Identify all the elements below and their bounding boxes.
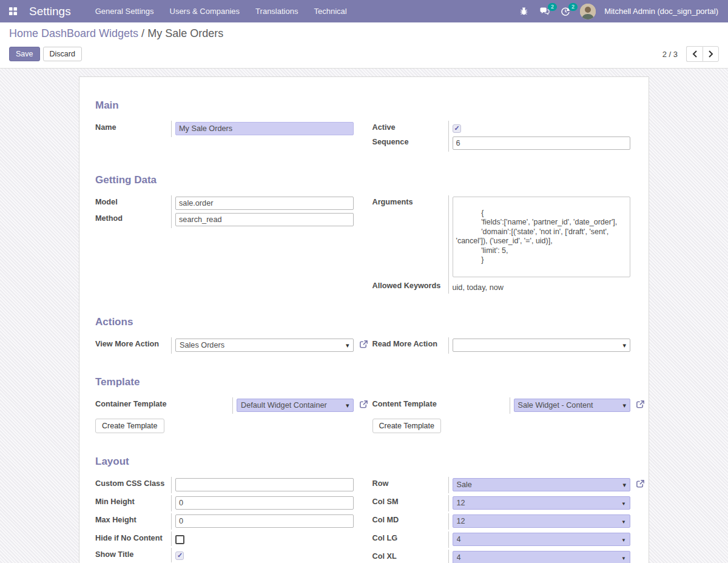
model-label: Model bbox=[95, 195, 171, 209]
field-row-hide-if-no-content: Hide if No Content bbox=[95, 531, 354, 546]
activity-clock-icon[interactable]: 2 bbox=[559, 5, 571, 18]
menu-users-companies[interactable]: Users & Companies bbox=[170, 7, 240, 16]
method-input[interactable] bbox=[175, 213, 354, 226]
show-title-checkbox[interactable] bbox=[175, 551, 184, 560]
min-height-label: Min Height bbox=[95, 495, 171, 509]
row-label: Row bbox=[372, 477, 448, 491]
name-input[interactable] bbox=[175, 122, 354, 135]
custom-css-input[interactable] bbox=[175, 478, 354, 491]
field-row-model: Model bbox=[95, 195, 354, 212]
container-create-template-row: Create Template bbox=[95, 419, 354, 433]
section-template: Template Container Template Default Widg… bbox=[95, 376, 630, 433]
discard-button[interactable]: Discard bbox=[43, 47, 82, 61]
menu-technical[interactable]: Technical bbox=[314, 7, 346, 16]
field-row-read-more-action: Read More Action bbox=[372, 337, 631, 354]
section-main: Main Name Active Sequ bbox=[95, 99, 630, 152]
content-create-template-row: Create Template bbox=[372, 419, 631, 433]
section-template-title: Template bbox=[95, 376, 630, 388]
field-row-custom-css: Custom CSS Class bbox=[95, 477, 354, 493]
hide-if-no-content-label: Hide if No Content bbox=[95, 531, 171, 545]
section-getting-data-title: Getting Data bbox=[95, 174, 630, 186]
read-more-action-label: Read More Action bbox=[372, 337, 448, 351]
col-md-select[interactable]: 12 bbox=[453, 514, 631, 528]
field-row-row: Row Sale bbox=[372, 477, 631, 493]
breadcrumb-current: My Sale Orders bbox=[147, 27, 223, 39]
custom-css-label: Custom CSS Class bbox=[95, 477, 171, 491]
section-getting-data: Getting Data Model Method bbox=[95, 174, 630, 294]
field-row-show-title: Show Title bbox=[95, 548, 354, 562]
allowed-keywords-label: Allowed Keywords bbox=[372, 279, 448, 293]
apps-grid-icon[interactable] bbox=[5, 4, 21, 19]
breadcrumb-parent-link[interactable]: Home DashBoard Widgets bbox=[9, 27, 138, 39]
pager: 2 / 3 bbox=[662, 46, 719, 62]
messages-icon[interactable]: 2 bbox=[538, 5, 551, 17]
field-row-content-template: Content Template Sale Widget - Content bbox=[372, 397, 631, 414]
create-container-template-button[interactable]: Create Template bbox=[95, 419, 164, 433]
max-height-input[interactable] bbox=[175, 514, 354, 528]
field-row-col-sm: Col SM 12 bbox=[372, 495, 631, 511]
debug-bug-icon[interactable] bbox=[518, 5, 530, 17]
breadcrumb: Home DashBoard Widgets / My Sale Orders bbox=[9, 27, 719, 40]
field-row-min-height: Min Height bbox=[95, 495, 354, 511]
name-label: Name bbox=[95, 121, 171, 135]
hide-if-no-content-checkbox[interactable] bbox=[175, 535, 184, 544]
active-label: Active bbox=[372, 121, 448, 135]
menu-translations[interactable]: Translations bbox=[255, 7, 298, 16]
content-template-select[interactable]: Sale Widget - Content bbox=[514, 399, 631, 412]
field-row-name: Name bbox=[95, 121, 354, 137]
form-background: Main Name Active Sequ bbox=[0, 68, 728, 563]
view-more-action-external-link-icon[interactable] bbox=[359, 339, 369, 350]
sequence-input[interactable] bbox=[453, 137, 631, 150]
pager-next-button[interactable] bbox=[703, 46, 719, 62]
col-lg-select[interactable]: 4 bbox=[453, 533, 631, 546]
menu-general-settings[interactable]: General Settings bbox=[95, 7, 154, 16]
control-panel: Home DashBoard Widgets / My Sale Orders … bbox=[0, 22, 728, 68]
min-height-input[interactable] bbox=[175, 496, 354, 510]
container-template-external-link-icon[interactable] bbox=[359, 399, 369, 410]
col-xl-select[interactable]: 4 bbox=[453, 551, 631, 563]
field-row-allowed-keywords: Allowed Keywords uid, today, now bbox=[372, 279, 631, 294]
model-input[interactable] bbox=[175, 197, 354, 210]
view-more-action-select[interactable]: Sales Orders bbox=[175, 339, 354, 352]
show-title-label: Show Title bbox=[95, 548, 171, 562]
view-more-action-label: View More Action bbox=[95, 337, 171, 351]
user-menu[interactable]: Mitchell Admin (doc_sign_portal) bbox=[604, 7, 718, 16]
field-row-view-more-action: View More Action Sales Orders bbox=[95, 337, 354, 354]
form-sheet: Main Name Active Sequ bbox=[79, 76, 649, 563]
container-template-label: Container Template bbox=[95, 397, 232, 411]
read-more-action-select[interactable] bbox=[453, 339, 631, 352]
field-row-method: Method bbox=[95, 212, 354, 228]
section-actions-title: Actions bbox=[95, 316, 630, 328]
sequence-label: Sequence bbox=[372, 135, 448, 149]
arguments-label: Arguments bbox=[372, 195, 448, 209]
field-row-sequence: Sequence bbox=[372, 135, 631, 152]
container-template-select[interactable]: Default Widget Container bbox=[237, 399, 354, 412]
row-external-link-icon[interactable] bbox=[635, 479, 646, 490]
content-template-external-link-icon[interactable] bbox=[635, 399, 646, 410]
field-row-active: Active bbox=[372, 121, 631, 135]
field-row-container-template: Container Template Default Widget Contai… bbox=[95, 397, 354, 414]
top-menu: General Settings Users & Companies Trans… bbox=[95, 7, 347, 16]
col-sm-label: Col SM bbox=[372, 495, 448, 509]
section-actions: Actions View More Action Sales Orders bbox=[95, 316, 630, 354]
active-checkbox[interactable] bbox=[453, 124, 461, 133]
app-title[interactable]: Settings bbox=[29, 5, 71, 18]
field-row-arguments: Arguments { 'fields':['name', 'partner_i… bbox=[372, 195, 631, 279]
section-layout-title: Layout bbox=[95, 456, 630, 468]
top-navbar: Settings General Settings Users & Compan… bbox=[0, 0, 728, 22]
pager-previous-button[interactable] bbox=[686, 46, 703, 62]
col-sm-select[interactable]: 12 bbox=[453, 496, 631, 510]
user-avatar[interactable] bbox=[580, 4, 596, 19]
activity-badge: 2 bbox=[568, 3, 578, 11]
save-button[interactable]: Save bbox=[9, 47, 40, 61]
field-row-max-height: Max Height bbox=[95, 513, 354, 530]
create-content-template-button[interactable]: Create Template bbox=[372, 419, 442, 433]
content-template-label: Content Template bbox=[372, 397, 510, 411]
arguments-textarea[interactable]: { 'fields':['name', 'partner_id', 'date_… bbox=[453, 197, 631, 277]
allowed-keywords-value: uid, today, now bbox=[453, 281, 504, 292]
field-row-col-lg: Col LG 4 bbox=[372, 531, 631, 548]
col-lg-label: Col LG bbox=[372, 531, 448, 545]
max-height-label: Max Height bbox=[95, 513, 171, 527]
breadcrumb-separator: / bbox=[141, 27, 147, 39]
row-select[interactable]: Sale bbox=[453, 478, 631, 491]
